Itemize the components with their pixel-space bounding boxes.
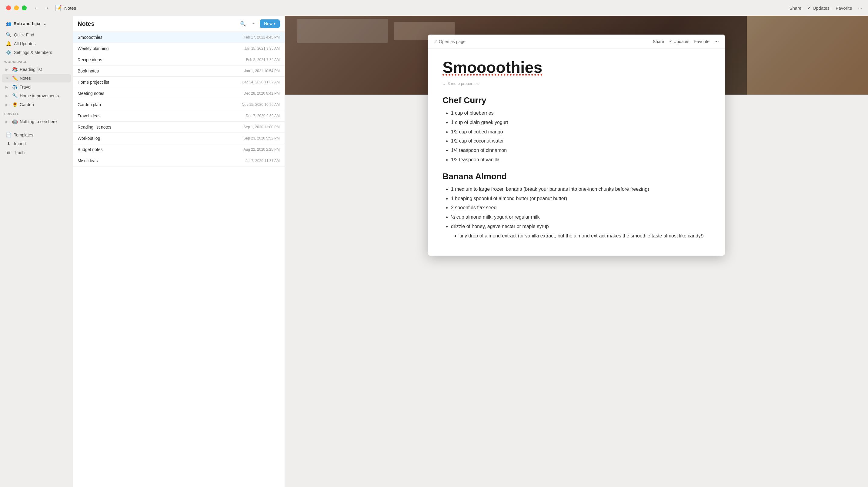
doc-area: ⤢ Open as page Share ✓ Updates Favorite … (285, 16, 868, 487)
note-title: Home project list (78, 80, 109, 85)
note-date: Sep 1, 2020 11:00 PM (244, 125, 280, 129)
workspace-section-header: WORKSPACE (0, 57, 73, 65)
modal-toolbar-left: ⤢ Open as page (434, 39, 466, 44)
list-item: 2 spoonfuls flax seed (451, 204, 710, 212)
sidebar-item-travel[interactable]: ▶ ✈️ Travel (2, 83, 71, 91)
window-controls (6, 5, 27, 10)
sidebar-item-label: Import (14, 141, 26, 146)
sidebar-item-private[interactable]: ▶ 🤖 Nothing to see here (2, 117, 71, 126)
sidebar-item-trash[interactable]: 🗑 Trash (2, 148, 71, 156)
list-item: 1 medium to large frozen banana (break y… (451, 185, 710, 194)
maximize-button[interactable] (22, 5, 27, 10)
sidebar-item-notes[interactable]: ▼ ✏️ Notes (2, 74, 71, 83)
reading-list-icon: 📚 (12, 67, 18, 72)
notes-more-button[interactable]: ··· (250, 20, 257, 28)
note-date: Aug 22, 2020 2:25 PM (244, 147, 280, 152)
note-item[interactable]: Meeting notes Dec 28, 2020 8:41 PM (73, 88, 285, 99)
new-button-label: New (264, 21, 273, 26)
templates-icon: 📄 (5, 132, 11, 138)
note-title: Weekly planning (78, 46, 108, 51)
note-title: Smoooothies (78, 35, 102, 40)
sidebar-top: 👥 Rob and Lijia ⌄ (0, 18, 73, 30)
notes-panel-actions: 🔍 ··· New ▾ (239, 20, 280, 28)
minimize-button[interactable] (14, 5, 19, 10)
sidebar-item-label: Settings & Members (14, 50, 52, 55)
note-item[interactable]: Travel ideas Dec 7, 2020 9:59 AM (73, 111, 285, 122)
note-item[interactable]: Recipe ideas Feb 2, 2021 7:34 AM (73, 54, 285, 65)
note-item[interactable]: Misc ideas Jul 7, 2020 11:37 AM (73, 155, 285, 166)
sidebar-item-label: Trash (14, 150, 25, 155)
note-date: Feb 17, 2021 4:45 PM (244, 35, 280, 39)
updates-button[interactable]: ✓ Updates (807, 5, 830, 10)
sidebar-item-settings[interactable]: ⚙️ Settings & Members (2, 48, 71, 57)
notes-search-button[interactable]: 🔍 (239, 20, 247, 28)
nav-forward-button[interactable]: → (42, 4, 50, 12)
note-item[interactable]: Book notes Jan 1, 2021 10:54 PM (73, 65, 285, 77)
note-title: Garden plan (78, 102, 101, 107)
sidebar-item-label: Garden (20, 102, 34, 107)
modal-content: Smoooothies ⌄ 3 more properties Chef Cur… (428, 49, 725, 255)
sidebar-item-label: Quick Find (14, 32, 34, 37)
close-button[interactable] (6, 5, 11, 10)
notes-list: Smoooothies Feb 17, 2021 4:45 PM Weekly … (73, 32, 285, 487)
travel-icon: ✈️ (12, 84, 18, 90)
note-item[interactable]: Garden plan Nov 15, 2020 10:29 AM (73, 99, 285, 111)
notes-icon: ✏️ (12, 75, 18, 81)
sidebar-item-label: Home improvements (20, 93, 59, 98)
note-item[interactable]: Reading list notes Sep 1, 2020 11:00 PM (73, 122, 285, 133)
updates-check-icon: ✓ (807, 5, 811, 10)
collapse-icon: ▶ (5, 120, 10, 124)
note-title: Misc ideas (78, 158, 98, 163)
sidebar-item-home-improvements[interactable]: ▶ 🔧 Home improvements (2, 92, 71, 100)
modal-toolbar: ⤢ Open as page Share ✓ Updates Favorite … (428, 35, 725, 49)
more-actions-button[interactable]: ··· (858, 5, 862, 10)
list-item: 1/2 cup of coconut water (451, 137, 710, 146)
main-layout: 👥 Rob and Lijia ⌄ 🔍 Quick Find 🔔 All Upd… (0, 16, 868, 487)
new-note-button[interactable]: New ▾ (260, 20, 280, 28)
more-properties-toggle[interactable]: ⌄ 3 more properties (442, 81, 710, 86)
banana-almond-list: 1 medium to large frozen banana (break y… (442, 185, 710, 241)
note-date: Jul 7, 2020 11:37 AM (246, 159, 280, 163)
note-title: Reading list notes (78, 125, 111, 129)
workspace-name[interactable]: 👥 Rob and Lijia ⌄ (4, 20, 69, 28)
home-icon: 🔧 (12, 93, 18, 98)
sidebar-item-reading-list[interactable]: ▶ 📚 Reading list (2, 65, 71, 74)
list-item: 1 heaping spoonful of almond butter (or … (451, 194, 710, 203)
sidebar-item-label: All Updates (14, 41, 36, 46)
note-title: Book notes (78, 68, 99, 73)
note-item[interactable]: Smoooothies Feb 17, 2021 4:45 PM (73, 32, 285, 43)
sidebar-item-templates[interactable]: 📄 Templates (2, 131, 71, 139)
modal-favorite-button[interactable]: Favorite (694, 39, 710, 44)
note-date: Dec 28, 2020 8:41 PM (244, 91, 280, 95)
modal-share-button[interactable]: Share (653, 39, 664, 44)
modal-updates-button[interactable]: ✓ Updates (669, 39, 689, 44)
modal-more-button[interactable]: ··· (714, 38, 719, 44)
section-heading-banana-almond: Banana Almond (442, 172, 710, 181)
sidebar: 👥 Rob and Lijia ⌄ 🔍 Quick Find 🔔 All Upd… (0, 16, 73, 487)
sidebar-item-garden[interactable]: ▶ 🌻 Garden (2, 100, 71, 109)
favorite-button[interactable]: Favorite (836, 5, 852, 10)
note-date: Jan 15, 2021 9:35 AM (244, 47, 280, 51)
note-item[interactable]: Budget notes Aug 22, 2020 2:25 PM (73, 144, 285, 155)
list-item: ½ cup almond milk, yogurt or regular mil… (451, 213, 710, 222)
garden-icon: 🌻 (12, 102, 18, 108)
note-title: Recipe ideas (78, 57, 102, 62)
sidebar-item-label: Travel (20, 85, 31, 89)
sidebar-item-quick-find[interactable]: 🔍 Quick Find (2, 31, 71, 39)
note-item[interactable]: Workout log Sep 23, 2020 5:52 PM (73, 133, 285, 144)
note-date: Dec 7, 2020 9:59 AM (246, 114, 280, 118)
updates-icon: 🔔 (5, 41, 11, 47)
sidebar-item-label: Templates (14, 132, 33, 138)
modal-toolbar-right: Share ✓ Updates Favorite ··· (653, 38, 719, 44)
sidebar-item-import[interactable]: ⬇ Import (2, 140, 71, 148)
share-button[interactable]: Share (789, 5, 801, 10)
note-item[interactable]: Home project list Dec 24, 2020 11:02 AM (73, 77, 285, 88)
note-item[interactable]: Weekly planning Jan 15, 2021 9:35 AM (73, 43, 285, 54)
sidebar-item-all-updates[interactable]: 🔔 All Updates (2, 39, 71, 48)
doc-title: Smoooothies (442, 58, 710, 77)
open-as-page-button[interactable]: ⤢ Open as page (434, 39, 466, 44)
collapse-icon: ▶ (5, 85, 10, 89)
sidebar-item-label: Reading list (20, 67, 42, 72)
notes-panel-header: Notes 🔍 ··· New ▾ (73, 16, 285, 32)
nav-back-button[interactable]: ← (33, 4, 41, 12)
